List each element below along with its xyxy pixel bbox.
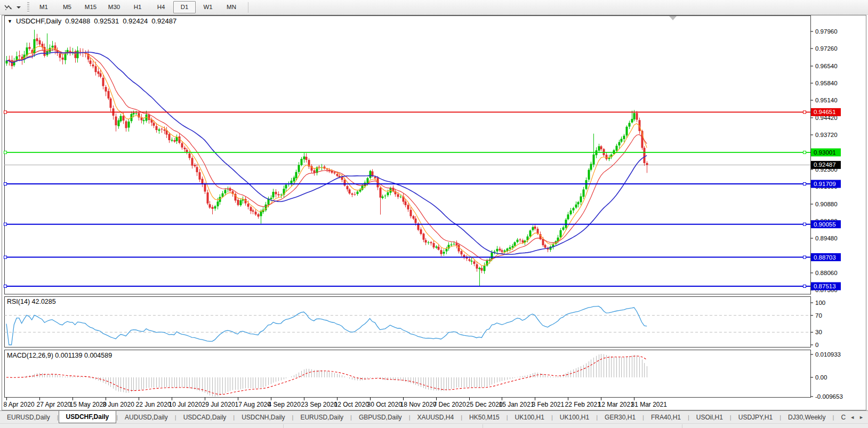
svg-text:0.97260: 0.97260 [815, 45, 838, 52]
svg-text:0.90055: 0.90055 [814, 221, 836, 228]
svg-text:30: 30 [815, 329, 822, 335]
symbol-tab-6[interactable]: GBPUSD,Daily [352, 411, 409, 423]
svg-text:0.88703: 0.88703 [814, 254, 836, 261]
svg-text:0.93001: 0.93001 [814, 149, 836, 156]
status-strip [0, 423, 868, 428]
svg-text:0.95840: 0.95840 [815, 80, 838, 86]
symbol-tab-7[interactable]: XAUUSD,H4 [410, 411, 461, 423]
symbol-tab-9[interactable]: UK100,H1 [508, 411, 551, 423]
macd-indicator-label: MACD(12,26,9) 0.001139 0.004589 [7, 352, 112, 359]
symbol-tab-11[interactable]: GER30,H1 [598, 411, 642, 423]
svg-text:0.88060: 0.88060 [815, 270, 838, 276]
svg-text:12 Oct 2020: 12 Oct 2020 [334, 401, 369, 408]
symbol-tab-10[interactable]: UK100,H1 [553, 411, 596, 423]
svg-text:70: 70 [815, 312, 822, 319]
svg-text:31 Mar 2021: 31 Mar 2021 [631, 401, 668, 408]
timeframe-button-h4[interactable]: H4 [150, 1, 172, 13]
symbol-tab-14[interactable]: USDJPY,H1 [732, 411, 779, 423]
chart-ohlc-header: ▼ USDCHF,Daily 0.92488 0.92531 0.92424 0… [7, 17, 176, 25]
svg-text:17 Aug 2020: 17 Aug 2020 [235, 401, 271, 408]
svg-text:0.010933: 0.010933 [815, 351, 841, 358]
chart-symbol-period: USDCHF,Daily [16, 17, 61, 25]
timeframe-button-m1[interactable]: M1 [33, 1, 55, 13]
svg-text:0.92487: 0.92487 [814, 161, 836, 168]
timeframe-toolbar: M1M5M15M30H1H4D1W1MN [0, 0, 868, 15]
ohlc-open: 0.92488 [65, 17, 90, 25]
tab-scroll-right-icon[interactable]: ► [859, 415, 864, 420]
ohlc-low: 0.92424 [123, 17, 148, 25]
chart-window-frame [2, 15, 866, 410]
svg-text:12 Mar 2021: 12 Mar 2021 [598, 401, 634, 408]
symbol-tabs: EURUSD,Daily|USDCHF,Daily|AUDUSD,Daily|U… [0, 411, 846, 423]
svg-text:25 Dec 2020: 25 Dec 2020 [467, 401, 503, 408]
svg-text:22 Jun 2020: 22 Jun 2020 [136, 401, 171, 408]
svg-text:0.94651: 0.94651 [814, 109, 836, 115]
symbol-tab-3[interactable]: USDCAD,Daily [176, 411, 234, 423]
svg-text:0.95140: 0.95140 [815, 97, 838, 103]
timeframe-button-m30[interactable]: M30 [103, 1, 125, 13]
symbol-tab-1[interactable]: USDCHF,Daily [59, 411, 117, 423]
timeframe-buttons: M1M5M15M30H1H4D1W1MN [33, 1, 243, 13]
svg-text:7 Dec 2020: 7 Dec 2020 [433, 401, 467, 408]
toolbar-grip[interactable] [27, 2, 29, 13]
symbol-tab-bar: EURUSD,Daily|USDCHF,Daily|AUDUSD,Daily|U… [0, 410, 868, 423]
svg-text:8 Apr 2020: 8 Apr 2020 [4, 401, 35, 408]
svg-text:18 Nov 2020: 18 Nov 2020 [400, 401, 437, 408]
symbol-tab-2[interactable]: AUDUSD,Daily [118, 411, 175, 423]
svg-text:0.87513: 0.87513 [814, 283, 836, 289]
svg-text:30 Oct 2020: 30 Oct 2020 [367, 401, 403, 408]
symbol-tab-15[interactable]: DJ30,Weekly [781, 411, 832, 423]
symbol-tab-13[interactable]: USOil,H1 [689, 411, 730, 423]
toolbar-separator [248, 2, 248, 13]
chart-cursor-icon [4, 4, 14, 11]
svg-text:100: 100 [815, 300, 825, 306]
timeframe-button-d1[interactable]: D1 [173, 1, 196, 13]
svg-text:10 Jul 2020: 10 Jul 2020 [169, 401, 202, 408]
symbol-tab-16[interactable]: CHINA300,H1 [834, 411, 846, 423]
svg-text:3 Jun 2020: 3 Jun 2020 [103, 401, 135, 408]
chart-canvas[interactable]: 0.979600.972600.965400.958400.951400.944… [0, 0, 868, 428]
svg-text:3 Feb 2021: 3 Feb 2021 [532, 401, 565, 408]
svg-text:4 Sep 2020: 4 Sep 2020 [268, 401, 301, 408]
collapse-icon: ▼ [7, 19, 12, 24]
svg-text:0.91709: 0.91709 [814, 181, 836, 187]
tab-scroll-buttons: ◄ ► [846, 411, 868, 423]
timeframe-button-h1[interactable]: H1 [126, 1, 149, 13]
timeframe-button-w1[interactable]: W1 [197, 1, 219, 13]
svg-text:-0.009653: -0.009653 [815, 393, 843, 400]
svg-text:22 Feb 2021: 22 Feb 2021 [565, 401, 601, 408]
tab-scroll-left-icon[interactable]: ◄ [850, 415, 855, 420]
svg-text:0.96540: 0.96540 [815, 63, 838, 69]
timeframe-button-m5[interactable]: M5 [56, 1, 78, 13]
symbol-tab-0[interactable]: EURUSD,Daily [0, 411, 57, 423]
svg-text:0.00: 0.00 [815, 374, 827, 381]
symbol-tab-4[interactable]: USDCNH,Daily [235, 411, 292, 423]
svg-text:0.97960: 0.97960 [815, 28, 838, 35]
chart-cursor-tool[interactable] [2, 3, 23, 12]
ohlc-close: 0.92487 [151, 17, 176, 25]
svg-text:0.90880: 0.90880 [815, 201, 838, 207]
timeframe-button-m15[interactable]: M15 [79, 1, 102, 13]
svg-text:0.89480: 0.89480 [815, 235, 838, 241]
svg-text:27 Apr 2020: 27 Apr 2020 [37, 401, 71, 408]
svg-text:0.93720: 0.93720 [815, 132, 838, 138]
mt4-window: M1M5M15M30H1H4D1W1MN 0.979600.972600.965… [0, 0, 868, 428]
rsi-indicator-label: RSI(14) 42.0285 [7, 298, 56, 305]
ohlc-high: 0.92531 [94, 17, 119, 25]
symbol-tab-12[interactable]: FRA40,H1 [644, 411, 688, 423]
symbol-tab-8[interactable]: HK50,M15 [462, 411, 507, 423]
timeframe-button-mn[interactable]: MN [220, 1, 243, 13]
symbol-tab-5[interactable]: EURUSD,Daily [293, 411, 350, 423]
dropdown-caret-icon [17, 6, 21, 9]
svg-text:15 Jan 2021: 15 Jan 2021 [499, 401, 534, 408]
svg-text:23 Sep 2020: 23 Sep 2020 [301, 401, 337, 408]
svg-text:29 Jul 2020: 29 Jul 2020 [202, 401, 235, 408]
svg-text:0: 0 [815, 342, 818, 348]
svg-text:15 May 2020: 15 May 2020 [70, 401, 107, 408]
